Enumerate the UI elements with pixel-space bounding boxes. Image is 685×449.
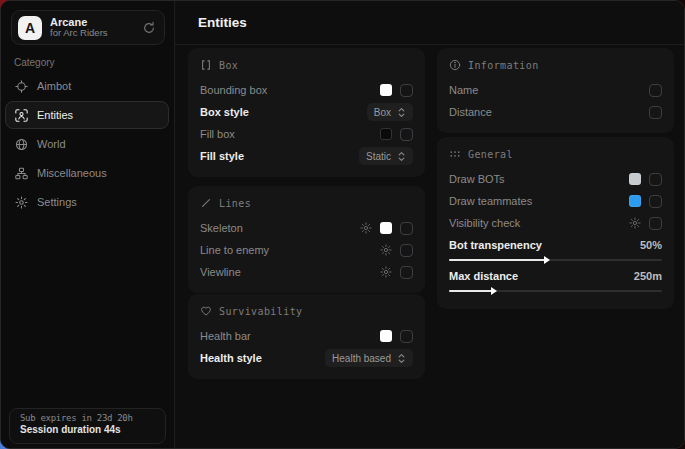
sidebar-nav: Aimbot Entities World: [5, 72, 169, 216]
session-duration-text: Session duration 44s: [20, 424, 155, 435]
sidebar-item-miscellaneous[interactable]: Miscellaneous: [5, 159, 169, 187]
row-settings-gear-icon[interactable]: [380, 244, 392, 256]
heart-icon: [200, 305, 212, 317]
checkbox[interactable]: [400, 128, 413, 141]
checkbox[interactable]: [400, 330, 413, 343]
panel-general: General Draw BOTs Draw teammates: [437, 137, 674, 309]
dropdown-value: Health based: [332, 353, 391, 364]
row-settings-gear-icon[interactable]: [380, 266, 392, 278]
fill-style-dropdown[interactable]: Static: [359, 147, 413, 165]
dots-grid-icon: [449, 148, 461, 160]
checkbox[interactable]: [400, 244, 413, 257]
setting-row-viewline: Viewline: [200, 261, 413, 283]
sidebar-item-aimbot[interactable]: Aimbot: [5, 72, 169, 100]
color-swatch[interactable]: [380, 128, 392, 140]
color-swatch[interactable]: [629, 173, 641, 185]
slider-fill: [449, 290, 492, 292]
dropdown-value: Static: [366, 151, 391, 162]
globe-icon: [15, 138, 28, 151]
color-swatch[interactable]: [380, 222, 392, 234]
sidebar-item-entities[interactable]: Entities: [5, 101, 169, 129]
entity-scan-icon: [15, 109, 28, 122]
panel-information-header: Information: [449, 59, 662, 71]
setting-label: Distance: [449, 106, 492, 118]
setting-row-fill-style: Fill style Static: [200, 145, 413, 167]
slider-value: 50%: [640, 239, 662, 251]
setting-label: Visibility check: [449, 217, 520, 229]
sidebar-item-label: World: [37, 138, 66, 150]
crosshair-icon: [15, 80, 28, 93]
unfold-icon: [397, 353, 406, 364]
setting-row-draw-bots: Draw BOTs: [449, 168, 662, 190]
setting-row-health-bar: Health bar: [200, 325, 413, 347]
checkbox[interactable]: [649, 195, 662, 208]
hierarchy-icon: [15, 167, 28, 180]
sidebar-item-label: Aimbot: [37, 80, 71, 92]
app-logo: A: [18, 16, 42, 40]
box-style-dropdown[interactable]: Box: [367, 103, 413, 121]
refresh-icon[interactable]: [142, 21, 156, 35]
slider-label: Bot transpenency: [449, 239, 542, 251]
health-style-dropdown[interactable]: Health based: [325, 349, 413, 367]
color-swatch[interactable]: [629, 195, 641, 207]
panel-title: Information: [468, 60, 539, 71]
setting-row-health-style: Health style Health based: [200, 347, 413, 369]
checkbox[interactable]: [649, 84, 662, 97]
panel-information: Information Name Distance: [437, 48, 674, 133]
max-distance-slider[interactable]: [449, 290, 662, 292]
setting-label: Health style: [200, 352, 262, 364]
sidebar-item-world[interactable]: World: [5, 130, 169, 158]
setting-row-name: Name: [449, 79, 662, 101]
category-label: Category: [14, 57, 55, 68]
checkbox[interactable]: [400, 84, 413, 97]
panel-title: General: [468, 149, 513, 160]
page-title: Entities: [198, 15, 247, 30]
panel-box-header: Box: [200, 59, 413, 71]
brackets-icon: [200, 59, 212, 71]
max-distance-slider-group: Max distance 250m: [449, 268, 662, 292]
checkbox[interactable]: [649, 173, 662, 186]
bot-transparency-slider[interactable]: [449, 259, 662, 261]
panel-title: Box: [219, 60, 238, 71]
setting-label: Fill style: [200, 150, 244, 162]
row-settings-gear-icon[interactable]: [360, 222, 372, 234]
unfold-icon: [397, 151, 406, 162]
desktop: A Arcane for Arc Riders Category: [0, 0, 685, 449]
checkbox[interactable]: [649, 106, 662, 119]
setting-label: Box style: [200, 106, 249, 118]
bot-transparency-slider-group: Bot transpenency 50%: [449, 237, 662, 261]
sidebar-item-label: Entities: [37, 109, 73, 121]
slider-value: 250m: [634, 270, 662, 282]
setting-label: Bounding box: [200, 84, 267, 96]
setting-row-bounding-box: Bounding box: [200, 79, 413, 101]
setting-label: Fill box: [200, 128, 235, 140]
color-swatch[interactable]: [380, 330, 392, 342]
info-icon: [449, 59, 461, 71]
setting-label: Viewline: [200, 266, 241, 278]
subscription-card: Sub expires in 23d 20h Session duration …: [9, 408, 166, 444]
setting-row-line-to-enemy: Line to enemy: [200, 239, 413, 261]
setting-label: Health bar: [200, 330, 251, 342]
panel-survivability: Survivability Health bar Health style He…: [188, 294, 425, 379]
app-brand-text: Arcane for Arc Riders: [50, 16, 142, 40]
row-settings-gear-icon[interactable]: [629, 217, 641, 229]
panel-title: Lines: [219, 198, 251, 209]
setting-row-visibility-check: Visibility check: [449, 212, 662, 234]
sidebar-item-label: Settings: [37, 196, 77, 208]
color-swatch[interactable]: [380, 84, 392, 96]
setting-row-box-style: Box style Box: [200, 101, 413, 123]
checkbox[interactable]: [400, 266, 413, 279]
slider-thumb[interactable]: [491, 287, 497, 295]
slider-label: Max distance: [449, 270, 518, 282]
sidebar: A Arcane for Arc Riders Category: [1, 1, 175, 448]
sub-expires-text: Sub expires in 23d 20h: [20, 413, 155, 423]
slider-thumb[interactable]: [544, 256, 550, 264]
checkbox[interactable]: [649, 217, 662, 230]
sidebar-item-settings[interactable]: Settings: [5, 188, 169, 216]
setting-row-draw-teammates: Draw teammates: [449, 190, 662, 212]
setting-label: Draw teammates: [449, 195, 532, 207]
panel-lines-header: Lines: [200, 197, 413, 209]
checkbox[interactable]: [400, 222, 413, 235]
main-content: Entities Box Bounding box: [175, 1, 684, 448]
sidebar-item-label: Miscellaneous: [37, 167, 107, 179]
